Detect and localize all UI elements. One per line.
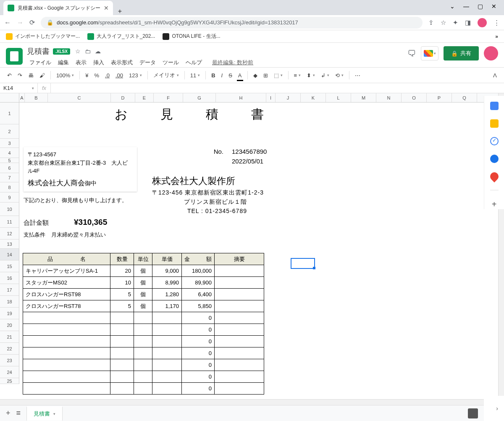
row-header[interactable]: 1 [0,103,19,124]
minimize-icon[interactable]: — [463,3,469,10]
menu-edit[interactable]: 編集 [55,58,71,67]
size-select[interactable]: 11 [188,71,202,80]
cloud-icon[interactable]: ☁ [95,48,101,55]
row-header[interactable]: 2 [0,124,19,139]
bookmark-item[interactable]: インポートしたブックマー... [6,33,80,40]
maps-icon[interactable] [488,171,500,182]
print-icon[interactable]: 🖶 [26,71,36,80]
dec-increase-button[interactable]: .00 [113,71,125,80]
col-header[interactable]: Q [452,93,477,102]
col-header[interactable]: J [276,93,301,102]
col-header[interactable]: B [25,93,48,102]
back-icon[interactable]: ← [4,19,11,26]
row-header[interactable]: 22 [0,343,19,355]
window-dropdown-icon[interactable]: ⌄ [450,3,455,10]
name-box[interactable]: K14▾ [0,83,38,93]
col-header[interactable]: D [111,93,135,102]
share-url-icon[interactable]: ⇪ [428,19,434,26]
currency-button[interactable]: ¥ [83,71,90,80]
row-header[interactable]: 5 [0,158,19,163]
menu-help[interactable]: ヘルプ [183,58,205,67]
meet-button[interactable]: ▾ [421,46,438,61]
col-header[interactable]: C [48,93,111,102]
share-button[interactable]: 🔒共有 [444,46,479,61]
font-select[interactable]: メイリオ [151,70,181,81]
col-header[interactable]: F [154,93,183,102]
col-header[interactable]: N [376,93,402,102]
col-header[interactable]: P [427,93,452,102]
format-select[interactable]: 123 [127,71,144,80]
wrap-button[interactable]: ↲ [319,71,331,80]
sheets-logo-icon[interactable] [6,48,23,65]
menu-file[interactable]: ファイル [27,58,54,67]
formula-input[interactable] [51,83,504,93]
col-header[interactable]: A [19,93,25,102]
row-header[interactable]: 17 [0,284,19,296]
browser-tab[interactable]: 見積書.xlsx - Google スプレッドシー ✕ [3,1,113,15]
collapse-toolbar-icon[interactable]: ᐱ [491,71,499,80]
col-header[interactable]: K [301,93,326,102]
zoom-select[interactable]: 100% [54,71,76,80]
col-header[interactable]: G [183,93,216,102]
strike-button[interactable]: S [226,71,234,80]
doc-title[interactable]: 見積書 [27,46,50,56]
select-all-corner[interactable] [0,93,19,102]
tasks-icon[interactable] [490,137,499,145]
bookmark-item[interactable]: OTONA LIFE - 生活... [163,33,220,40]
keep-icon[interactable] [490,119,499,128]
row-header[interactable]: 3 [0,139,19,148]
row-header[interactable]: 9 [0,192,19,203]
calendar-icon[interactable] [490,102,499,110]
maximize-icon[interactable]: ▢ [478,3,483,10]
move-icon[interactable]: 🗀 [85,48,91,55]
row-header[interactable]: 8 [0,182,19,192]
text-color-button[interactable]: A [236,71,244,80]
row-header[interactable]: 20 [0,319,19,331]
panel-toggle-icon[interactable]: › [496,405,498,412]
row-header[interactable]: 23 [0,355,19,366]
col-header[interactable]: I [266,93,276,102]
col-header[interactable]: O [402,93,427,102]
italic-button[interactable]: I [219,71,225,80]
menu-format[interactable]: 表示形式 [108,58,135,67]
redo-icon[interactable]: ↷ [16,71,24,80]
row-header[interactable]: 16 [0,272,19,284]
row-header[interactable]: 7 [0,173,19,182]
fill-color-button[interactable]: ◆ [251,71,260,80]
forward-icon[interactable]: → [17,19,24,26]
row-header[interactable]: 19 [0,308,19,319]
profile-avatar[interactable] [478,18,487,27]
comments-icon[interactable]: 🗨 [407,49,416,58]
row-header[interactable]: 10 [0,203,19,216]
all-sheets-icon[interactable]: ≡ [16,409,21,418]
rotate-button[interactable]: ⟲ [333,71,346,80]
col-header[interactable]: M [351,93,376,102]
col-header[interactable]: E [135,93,154,102]
row-header[interactable]: 4 [0,148,19,158]
menu-insert[interactable]: 挿入 [91,58,107,67]
bookmark-item[interactable]: 大人ライフ_リスト_202... [87,33,155,40]
explore-button[interactable] [468,408,478,418]
row-header[interactable]: 21 [0,331,19,343]
halign-button[interactable]: ≡ [292,71,303,80]
panel-icon[interactable]: ◨ [465,19,471,26]
row-header[interactable]: 24 [0,366,19,378]
menu-data[interactable]: データ [137,58,158,67]
reload-icon[interactable]: ⟳ [29,18,35,26]
row-header[interactable]: 15 [0,260,19,272]
contacts-icon[interactable] [490,155,499,163]
close-window-icon[interactable]: ✕ [491,3,496,10]
add-sheet-icon[interactable]: + [6,409,10,418]
row-header[interactable]: 13 [0,239,19,249]
col-header[interactable]: H [216,93,266,102]
horizontal-scrollbar[interactable] [0,399,484,405]
row-header[interactable]: 11 [0,216,19,228]
more-tools-icon[interactable]: ⋯ [353,71,362,80]
col-header[interactable]: L [326,93,351,102]
valign-button[interactable]: ⬍ [304,71,317,80]
row-header[interactable]: 18 [0,296,19,308]
account-avatar[interactable] [484,46,498,61]
extensions-icon[interactable]: ✦ [453,19,458,26]
row-header[interactable]: 14 [0,249,19,260]
menu-view[interactable]: 表示 [73,58,89,67]
